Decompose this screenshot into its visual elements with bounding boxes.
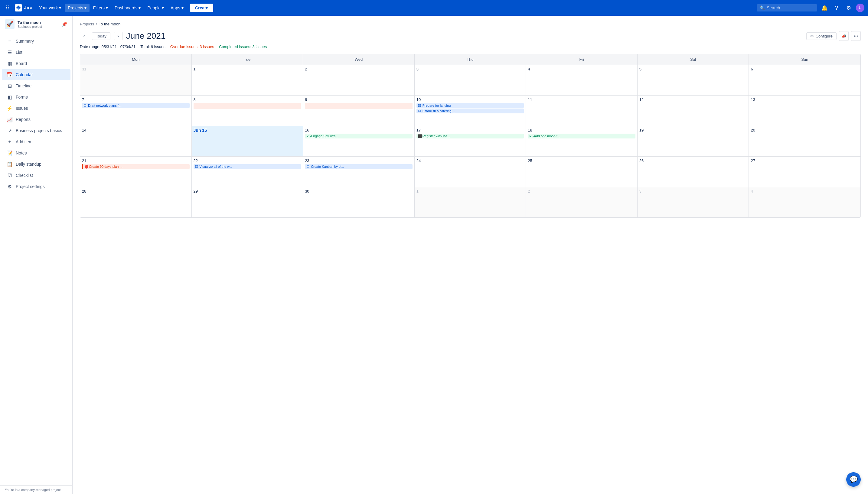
- calendar-cell-w2d2[interactable]: 16☑✓Engage Saturn's...: [303, 126, 415, 156]
- calendar-cell-w4d2[interactable]: 30: [303, 187, 415, 217]
- overdue-issues-count: Overdue issues: 3 issues: [170, 44, 214, 49]
- sidebar-item-issues[interactable]: ⚡ Issues: [2, 103, 71, 114]
- notifications-icon[interactable]: 🔔: [819, 3, 829, 13]
- date-number: 3: [639, 189, 747, 193]
- total-issues-count: Total: 9 issues: [140, 44, 165, 49]
- calendar-cell-w1d3[interactable]: 10☑Prepare for landing☑Establish a cater…: [415, 96, 526, 126]
- calendar-cell-w1d2[interactable]: 9: [303, 96, 415, 126]
- calendar-cell-w3d3[interactable]: 24: [415, 157, 526, 187]
- calendar-cell-w1d0[interactable]: 7☑Draft network plans f...: [80, 96, 192, 126]
- configure-button[interactable]: ⚙ Configure: [806, 32, 836, 40]
- calendar-cell-w3d5[interactable]: 26: [638, 157, 749, 187]
- date-number: 24: [416, 158, 524, 163]
- calendar-event-0[interactable]: ☑✓Engage Saturn's...: [305, 134, 413, 138]
- sidebar-item-daily-standup[interactable]: 📋 Daily standup: [2, 159, 71, 170]
- calendar-cell-w3d1[interactable]: 22☑Visualize all of the w...: [192, 157, 303, 187]
- calendar-cell-w1d5[interactable]: 12: [638, 96, 749, 126]
- calendar-event-0[interactable]: ☑Prepare for landing: [416, 103, 524, 108]
- calendar-cell-w4d5[interactable]: 3: [638, 187, 749, 217]
- calendar-week-0: 31123456: [80, 65, 861, 95]
- sidebar-project-header: 🚀 To the moon Business project 📌: [0, 16, 72, 33]
- calendar-event-0[interactable]: ⬛✓Register with Ma...: [416, 134, 524, 138]
- calendar-cell-w4d3[interactable]: 1: [415, 187, 526, 217]
- sidebar-item-project-settings[interactable]: ⚙ Project settings: [2, 181, 71, 192]
- calendar-cell-w0d3[interactable]: 3: [415, 65, 526, 95]
- calendar-event-0[interactable]: 🔴Create 90 days plan ...: [82, 164, 190, 169]
- app-layout: 🚀 To the moon Business project 📌 ≡ Summa…: [0, 16, 868, 494]
- calendar-week-3: 21🔴Create 90 days plan ...22☑Visualize a…: [80, 156, 861, 187]
- nav-your-work[interactable]: Your work ▾: [36, 4, 64, 12]
- calendar-cell-w1d4[interactable]: 11: [526, 96, 638, 126]
- calendar-event-0[interactable]: ☑✓Add one moon t...: [528, 134, 636, 138]
- calendar-cell-w0d2[interactable]: 2: [303, 65, 415, 95]
- calendar-cell-w0d0[interactable]: 31: [80, 65, 192, 95]
- more-options-button[interactable]: •••: [851, 31, 861, 41]
- calendar-cell-w3d0[interactable]: 21🔴Create 90 days plan ...: [80, 157, 192, 187]
- sidebar-item-board[interactable]: ▦ Board: [2, 58, 71, 69]
- settings-icon[interactable]: ⚙: [844, 3, 853, 13]
- calendar-cell-w3d6[interactable]: 27: [749, 157, 861, 187]
- today-button[interactable]: Today: [92, 32, 110, 40]
- sidebar-item-add-item[interactable]: + Add item: [2, 136, 71, 147]
- megaphone-icon-button[interactable]: 📣: [839, 31, 849, 41]
- calendar-cell-w2d5[interactable]: 19: [638, 126, 749, 156]
- sidebar-label-calendar: Calendar: [16, 72, 33, 77]
- nav-filters[interactable]: Filters ▾: [90, 4, 111, 12]
- nav-projects[interactable]: Projects ▾: [65, 4, 90, 12]
- main-content: Projects / To the moon ‹ Today › June 20…: [73, 16, 868, 494]
- calendar-week-4: 2829301234: [80, 187, 861, 217]
- project-settings-pin-icon[interactable]: 📌: [61, 21, 68, 27]
- event-spanning-cont-0[interactable]: [305, 103, 413, 109]
- calendar-cell-w0d4[interactable]: 4: [526, 65, 638, 95]
- avatar[interactable]: U: [856, 4, 864, 12]
- day-header-fri: Fri: [526, 54, 638, 65]
- calendar-cell-w4d6[interactable]: 4: [749, 187, 861, 217]
- date-range-text: Date range: 05/31/21 - 07/04/21: [80, 44, 135, 49]
- calendar-cell-w1d1[interactable]: 8: [192, 96, 303, 126]
- calendar-event-0[interactable]: ☑Create Kanban by pl...: [305, 164, 413, 169]
- jira-logo[interactable]: Jira: [13, 4, 35, 12]
- create-button[interactable]: Create: [190, 4, 213, 12]
- calendar-cell-w3d4[interactable]: 25: [526, 157, 638, 187]
- chat-fab-button[interactable]: 💬: [846, 472, 861, 487]
- calendar-cell-w2d1[interactable]: Jun 15: [192, 126, 303, 156]
- search-input[interactable]: [767, 5, 809, 10]
- sidebar-item-forms[interactable]: ◧ Forms: [2, 92, 71, 102]
- nav-dashboards[interactable]: Dashboards ▾: [112, 4, 144, 12]
- calendar-cell-w2d4[interactable]: 18☑✓Add one moon t...: [526, 126, 638, 156]
- next-month-button[interactable]: ›: [114, 32, 122, 40]
- calendar-cell-w0d1[interactable]: 1: [192, 65, 303, 95]
- calendar-event-0[interactable]: ☑Draft network plans f...: [82, 103, 190, 108]
- apps-grid-icon[interactable]: ⠿: [4, 3, 11, 13]
- calendar-cell-w4d0[interactable]: 28: [80, 187, 192, 217]
- calendar-cell-w2d6[interactable]: 20: [749, 126, 861, 156]
- sidebar-icon-checklist: ☑: [7, 172, 13, 178]
- sidebar-item-calendar[interactable]: 📅 Calendar: [2, 69, 71, 80]
- help-icon[interactable]: ?: [832, 3, 842, 13]
- sidebar-item-reports[interactable]: 📈 Reports: [2, 114, 71, 125]
- project-type: Business project: [18, 25, 58, 28]
- sidebar-item-list[interactable]: ☰ List: [2, 47, 71, 58]
- calendar-event-0[interactable]: ☑Visualize all of the w...: [193, 164, 301, 169]
- breadcrumb-projects-link[interactable]: Projects: [80, 22, 94, 26]
- calendar-cell-w2d0[interactable]: 14: [80, 126, 192, 156]
- sidebar-item-business-basics[interactable]: ↗ Business projects basics: [2, 125, 71, 136]
- calendar-cell-w2d3[interactable]: 17⬛✓Register with Ma...: [415, 126, 526, 156]
- calendar-cell-w4d1[interactable]: 29: [192, 187, 303, 217]
- calendar-cell-w0d6[interactable]: 6: [749, 65, 861, 95]
- sidebar-item-timeline[interactable]: ⊟ Timeline: [2, 80, 71, 91]
- search-bar[interactable]: 🔍: [757, 4, 817, 12]
- calendar-cell-w4d4[interactable]: 2: [526, 187, 638, 217]
- sidebar-item-checklist[interactable]: ☑ Checklist: [2, 170, 71, 181]
- nav-people[interactable]: People ▾: [144, 4, 167, 12]
- sidebar-item-notes[interactable]: 📝 Notes: [2, 148, 71, 158]
- nav-apps[interactable]: Apps ▾: [168, 4, 187, 12]
- calendar-cell-w0d5[interactable]: 5: [638, 65, 749, 95]
- calendar-cell-w3d2[interactable]: 23☑Create Kanban by pl...: [303, 157, 415, 187]
- calendar-event-1[interactable]: ☑Establish a catering ...: [416, 109, 524, 113]
- sidebar-item-summary[interactable]: ≡ Summary: [2, 36, 71, 46]
- day-header-tue: Tue: [192, 54, 303, 65]
- prev-month-button[interactable]: ‹: [80, 32, 88, 40]
- event-spanning-cont-0[interactable]: [193, 103, 301, 109]
- calendar-cell-w1d6[interactable]: 13: [749, 96, 861, 126]
